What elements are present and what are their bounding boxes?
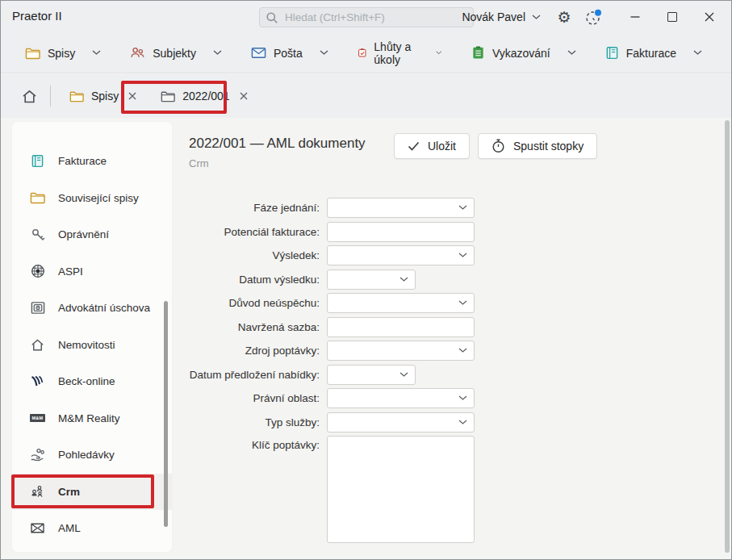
faze-jednani-select[interactable] <box>327 198 475 218</box>
sidebar-item-beck-online[interactable]: Beck-online <box>12 363 172 400</box>
klic-poptavky-textarea[interactable] <box>327 436 475 543</box>
chevron-down-icon <box>458 253 467 258</box>
save-button-label: Uložit <box>428 140 456 153</box>
close-button[interactable] <box>696 5 723 29</box>
sidebar-item-souvisejici-spisy[interactable]: Související spisy <box>12 180 172 217</box>
tab-label: 2022/001 <box>182 90 229 102</box>
form-row: Navržená sazba: <box>181 317 475 337</box>
aspi-globe-icon <box>29 264 46 278</box>
menu-item-label: Vykazování <box>492 47 550 60</box>
sidebar-scrollbar[interactable] <box>164 301 168 527</box>
home-tab-button[interactable] <box>19 86 40 107</box>
house-icon <box>29 338 46 352</box>
sidebar-item-crm[interactable]: Crm <box>12 474 172 511</box>
datum-predlozeni-nabidky-select[interactable] <box>327 365 416 385</box>
sidebar-item-aml[interactable]: AML <box>12 510 172 547</box>
maximize-button[interactable] <box>659 5 686 29</box>
detail-sidebar: Fakturace Související spisy Oprávnění AS… <box>12 122 172 552</box>
menu-item-posta[interactable]: Pošta <box>251 47 328 60</box>
navrzena-sazba-input[interactable] <box>327 317 475 337</box>
duvod-neuspechu-select[interactable] <box>327 293 475 313</box>
tab-close-button[interactable] <box>240 92 248 100</box>
mm-logo-text: M&M <box>30 414 45 422</box>
sidebar-item-advokatni-uschova[interactable]: Advokátní úschova <box>12 290 172 327</box>
tab-2022-001[interactable]: 2022/001 <box>153 82 255 110</box>
search-icon <box>266 11 278 24</box>
sidebar-item-pohledavky[interactable]: Pohledávky <box>12 437 172 474</box>
folder-icon <box>25 47 40 60</box>
form-row: Zdroj poptávky: <box>181 341 475 361</box>
sidebar-item-label: Nemovitosti <box>58 339 115 351</box>
people-group-icon <box>29 485 46 499</box>
zdroj-poptavky-select[interactable] <box>327 341 475 361</box>
datum-vysledku-select[interactable] <box>327 270 416 290</box>
tab-close-button[interactable] <box>128 92 136 100</box>
mm-reality-logo-icon: M&M <box>29 414 46 422</box>
sidebar-item-label: M&M Reality <box>58 412 120 424</box>
start-timer-button[interactable]: Spustit stopky <box>478 133 597 159</box>
menu-item-label: Spisy <box>48 47 75 60</box>
menu-item-fakturace[interactable]: Fakturace <box>605 46 702 60</box>
user-name: Novák Pavel <box>462 10 525 23</box>
menu-item-label: Pošta <box>274 47 303 60</box>
sync-status-icon <box>584 8 603 27</box>
typ-sluzby-select[interactable] <box>327 412 475 433</box>
tab-spisy[interactable]: Spisy <box>61 82 144 110</box>
sidebar-item-opravneni[interactable]: Oprávnění <box>12 216 172 253</box>
tab-label: Spisy <box>91 90 119 102</box>
user-menu[interactable]: Novák Pavel <box>462 10 541 23</box>
chevron-down-icon <box>458 205 467 211</box>
sidebar-item-label: Beck-online <box>58 375 115 387</box>
menu-item-vykazovani[interactable]: Vykazování <box>471 46 576 60</box>
sidebar-item-nemovitosti[interactable]: Nemovitosti <box>12 327 172 364</box>
sidebar-item-label: Pohledávky <box>58 449 115 461</box>
key-icon <box>29 228 46 242</box>
sync-status-button[interactable] <box>583 6 604 27</box>
form-row: Klíč poptávky: <box>181 436 475 543</box>
field-label: Důvod neúspěchu: <box>181 297 327 309</box>
chevron-down-icon <box>436 50 441 56</box>
envelope-icon <box>251 47 266 59</box>
save-button[interactable]: Uložit <box>394 133 470 159</box>
close-icon <box>705 12 714 22</box>
chevron-down-icon <box>458 348 467 353</box>
tab-bar: Spisy 2022/001 <box>1 74 731 118</box>
timer-button-label: Spustit stopky <box>513 140 584 153</box>
field-label: Datum předložení nabídky: <box>181 369 327 381</box>
menu-item-label: Fakturace <box>626 47 676 60</box>
minimize-button[interactable] <box>621 5 649 29</box>
sidebar-item-label: ASPI <box>58 265 83 278</box>
sidebar-item-label: Související spisy <box>58 192 139 204</box>
field-label: Klíč poptávky: <box>181 436 327 451</box>
potencial-fakturace-input[interactable] <box>327 222 475 242</box>
settings-button[interactable]: ⚙ <box>554 6 575 27</box>
app-window: Praetor II Novák Pavel ⚙ <box>0 0 732 560</box>
chevron-down-icon <box>399 277 408 282</box>
chevron-down-icon <box>458 395 467 401</box>
menu-item-lhuty-a-ukoly[interactable]: Lhůty a úkoly <box>358 40 442 66</box>
title-bar: Praetor II Novák Pavel ⚙ <box>1 1 731 33</box>
vysledek-select[interactable] <box>327 245 475 265</box>
global-search[interactable] <box>259 7 474 27</box>
menu-item-spisy[interactable]: Spisy <box>25 47 101 60</box>
close-icon <box>240 92 248 100</box>
gear-icon: ⚙ <box>557 10 571 25</box>
pravni-oblast-select[interactable] <box>327 388 475 408</box>
beck-logo-icon <box>29 375 46 387</box>
search-input[interactable] <box>283 10 467 24</box>
field-label: Potenciál fakturace: <box>181 226 327 238</box>
minimize-icon <box>630 12 640 22</box>
sidebar-item-fakturace[interactable]: Fakturace <box>12 143 172 180</box>
menu-item-subjekty[interactable]: Subjekty <box>130 46 222 60</box>
crm-form: Fáze jednání: Potenciál fakturace: Výsle… <box>181 198 475 547</box>
field-label: Datum výsledku: <box>181 274 327 286</box>
content-scrollbar[interactable] <box>725 120 730 553</box>
content-area: Fakturace Související spisy Oprávnění AS… <box>1 118 731 559</box>
sidebar-item-mm-reality[interactable]: M&M M&M Reality <box>12 400 172 437</box>
form-row: Datum výsledku: <box>181 270 475 290</box>
close-icon <box>128 92 136 100</box>
page-title: 2022/001 — AML dokumenty <box>189 136 366 152</box>
field-label: Navržená sazba: <box>181 321 327 333</box>
chevron-down-icon <box>399 372 408 378</box>
sidebar-item-aspi[interactable]: ASPI <box>12 253 172 290</box>
